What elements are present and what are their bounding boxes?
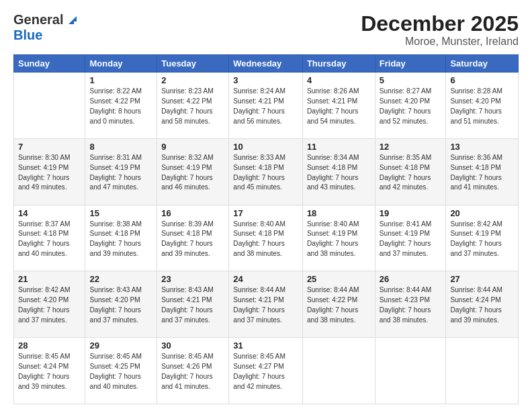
day-info: Sunrise: 8:30 AM Sunset: 4:19 PM Dayligh… — [18, 153, 81, 193]
day-number: 10 — [233, 142, 298, 152]
day-number: 24 — [233, 274, 298, 284]
calendar-cell: 14Sunrise: 8:37 AM Sunset: 4:18 PM Dayli… — [14, 205, 85, 271]
day-number: 30 — [161, 340, 224, 351]
title-block: December 2025 Moroe, Munster, Ireland — [361, 12, 519, 48]
weekday-header: Monday — [85, 55, 157, 73]
day-number: 15 — [89, 208, 152, 218]
day-info: Sunrise: 8:39 AM Sunset: 4:18 PM Dayligh… — [161, 220, 224, 259]
day-info: Sunrise: 8:32 AM Sunset: 4:19 PM Dayligh… — [161, 153, 224, 193]
day-info: Sunrise: 8:43 AM Sunset: 4:21 PM Dayligh… — [161, 285, 224, 325]
calendar-cell: 17Sunrise: 8:40 AM Sunset: 4:18 PM Dayli… — [229, 205, 303, 271]
calendar-cell: 18Sunrise: 8:40 AM Sunset: 4:19 PM Dayli… — [302, 205, 375, 271]
calendar-cell: 10Sunrise: 8:33 AM Sunset: 4:18 PM Dayli… — [229, 138, 303, 205]
calendar-week-row: 7Sunrise: 8:30 AM Sunset: 4:19 PM Daylig… — [14, 138, 519, 205]
day-info: Sunrise: 8:38 AM Sunset: 4:18 PM Dayligh… — [89, 220, 152, 259]
day-number: 17 — [233, 208, 298, 218]
day-info: Sunrise: 8:33 AM Sunset: 4:18 PM Dayligh… — [233, 153, 298, 193]
calendar-cell: 24Sunrise: 8:44 AM Sunset: 4:21 PM Dayli… — [229, 271, 303, 338]
day-number: 20 — [450, 208, 514, 218]
day-number: 18 — [307, 208, 371, 218]
day-info: Sunrise: 8:45 AM Sunset: 4:27 PM Dayligh… — [233, 352, 298, 392]
calendar-cell: 30Sunrise: 8:45 AM Sunset: 4:26 PM Dayli… — [157, 338, 229, 404]
weekday-header: Saturday — [446, 55, 519, 73]
location: Moroe, Munster, Ireland — [361, 36, 519, 48]
calendar-cell: 7Sunrise: 8:30 AM Sunset: 4:19 PM Daylig… — [14, 138, 85, 205]
day-info: Sunrise: 8:44 AM Sunset: 4:21 PM Dayligh… — [233, 285, 298, 325]
day-number: 11 — [307, 142, 371, 152]
day-number: 6 — [450, 75, 514, 85]
calendar-cell: 5Sunrise: 8:27 AM Sunset: 4:20 PM Daylig… — [375, 73, 446, 139]
day-info: Sunrise: 8:42 AM Sunset: 4:20 PM Dayligh… — [18, 285, 81, 325]
day-number: 4 — [307, 75, 371, 85]
calendar-cell — [446, 338, 519, 404]
calendar-cell: 6Sunrise: 8:28 AM Sunset: 4:20 PM Daylig… — [446, 73, 519, 139]
day-info: Sunrise: 8:24 AM Sunset: 4:21 PM Dayligh… — [233, 87, 298, 126]
day-info: Sunrise: 8:45 AM Sunset: 4:24 PM Dayligh… — [18, 352, 81, 392]
weekday-header: Tuesday — [157, 55, 229, 73]
day-number: 21 — [18, 274, 81, 284]
day-info: Sunrise: 8:35 AM Sunset: 4:18 PM Dayligh… — [380, 153, 442, 193]
day-info: Sunrise: 8:37 AM Sunset: 4:18 PM Dayligh… — [18, 220, 81, 259]
day-number: 26 — [380, 274, 442, 284]
day-number: 3 — [233, 75, 298, 85]
day-number: 31 — [233, 340, 298, 351]
day-info: Sunrise: 8:26 AM Sunset: 4:21 PM Dayligh… — [307, 87, 371, 126]
calendar-cell: 2Sunrise: 8:23 AM Sunset: 4:22 PM Daylig… — [157, 73, 229, 139]
day-number: 29 — [89, 340, 152, 351]
day-number: 14 — [18, 208, 81, 218]
calendar-cell — [302, 338, 375, 404]
day-info: Sunrise: 8:34 AM Sunset: 4:18 PM Dayligh… — [307, 153, 371, 193]
calendar-cell: 19Sunrise: 8:41 AM Sunset: 4:19 PM Dayli… — [375, 205, 446, 271]
day-info: Sunrise: 8:45 AM Sunset: 4:25 PM Dayligh… — [89, 352, 152, 392]
calendar-cell: 11Sunrise: 8:34 AM Sunset: 4:18 PM Dayli… — [302, 138, 375, 205]
calendar-cell: 4Sunrise: 8:26 AM Sunset: 4:21 PM Daylig… — [302, 73, 375, 139]
calendar-cell: 16Sunrise: 8:39 AM Sunset: 4:18 PM Dayli… — [157, 205, 229, 271]
month-title: December 2025 — [361, 12, 519, 36]
day-info: Sunrise: 8:23 AM Sunset: 4:22 PM Dayligh… — [161, 87, 224, 126]
day-number: 27 — [450, 274, 514, 284]
day-info: Sunrise: 8:44 AM Sunset: 4:22 PM Dayligh… — [307, 285, 371, 325]
day-number: 9 — [161, 142, 224, 152]
calendar-cell: 20Sunrise: 8:42 AM Sunset: 4:19 PM Dayli… — [446, 205, 519, 271]
calendar-week-row: 1Sunrise: 8:22 AM Sunset: 4:22 PM Daylig… — [14, 73, 519, 139]
day-info: Sunrise: 8:27 AM Sunset: 4:20 PM Dayligh… — [380, 87, 442, 126]
calendar-week-row: 28Sunrise: 8:45 AM Sunset: 4:24 PM Dayli… — [14, 338, 519, 404]
calendar-table: SundayMondayTuesdayWednesdayThursdayFrid… — [13, 54, 519, 404]
calendar-cell: 31Sunrise: 8:45 AM Sunset: 4:27 PM Dayli… — [229, 338, 303, 404]
day-info: Sunrise: 8:42 AM Sunset: 4:19 PM Dayligh… — [450, 220, 514, 259]
day-info: Sunrise: 8:44 AM Sunset: 4:23 PM Dayligh… — [380, 285, 442, 325]
header-row: SundayMondayTuesdayWednesdayThursdayFrid… — [14, 55, 519, 73]
calendar-cell: 25Sunrise: 8:44 AM Sunset: 4:22 PM Dayli… — [302, 271, 375, 338]
calendar-cell: 29Sunrise: 8:45 AM Sunset: 4:25 PM Dayli… — [85, 338, 157, 404]
calendar-cell — [14, 73, 85, 139]
day-info: Sunrise: 8:36 AM Sunset: 4:18 PM Dayligh… — [450, 153, 514, 193]
calendar-cell: 9Sunrise: 8:32 AM Sunset: 4:19 PM Daylig… — [157, 138, 229, 205]
calendar-cell: 3Sunrise: 8:24 AM Sunset: 4:21 PM Daylig… — [229, 73, 303, 139]
weekday-header: Sunday — [14, 55, 85, 73]
day-number: 23 — [161, 274, 224, 284]
logo-icon — [64, 12, 79, 27]
calendar-cell: 23Sunrise: 8:43 AM Sunset: 4:21 PM Dayli… — [157, 271, 229, 338]
day-info: Sunrise: 8:44 AM Sunset: 4:24 PM Dayligh… — [450, 285, 514, 325]
day-info: Sunrise: 8:43 AM Sunset: 4:20 PM Dayligh… — [89, 285, 152, 325]
calendar-cell: 27Sunrise: 8:44 AM Sunset: 4:24 PM Dayli… — [446, 271, 519, 338]
logo: General Blue — [13, 12, 79, 43]
calendar-page: General Blue December 2025 Moroe, Munste… — [0, 0, 532, 411]
logo-general: General — [13, 12, 63, 28]
header: General Blue December 2025 Moroe, Munste… — [13, 12, 519, 48]
day-number: 2 — [161, 75, 224, 85]
day-info: Sunrise: 8:40 AM Sunset: 4:19 PM Dayligh… — [307, 220, 371, 259]
calendar-cell: 15Sunrise: 8:38 AM Sunset: 4:18 PM Dayli… — [85, 205, 157, 271]
weekday-header: Wednesday — [229, 55, 303, 73]
day-info: Sunrise: 8:40 AM Sunset: 4:18 PM Dayligh… — [233, 220, 298, 259]
calendar-week-row: 14Sunrise: 8:37 AM Sunset: 4:18 PM Dayli… — [14, 205, 519, 271]
svg-marker-0 — [69, 16, 77, 24]
logo-blue: Blue — [13, 28, 42, 42]
day-number: 1 — [89, 75, 152, 85]
day-info: Sunrise: 8:28 AM Sunset: 4:20 PM Dayligh… — [450, 87, 514, 126]
day-number: 8 — [89, 142, 152, 152]
day-number: 13 — [450, 142, 514, 152]
calendar-cell: 26Sunrise: 8:44 AM Sunset: 4:23 PM Dayli… — [375, 271, 446, 338]
day-info: Sunrise: 8:22 AM Sunset: 4:22 PM Dayligh… — [89, 87, 152, 126]
day-number: 19 — [380, 208, 442, 218]
